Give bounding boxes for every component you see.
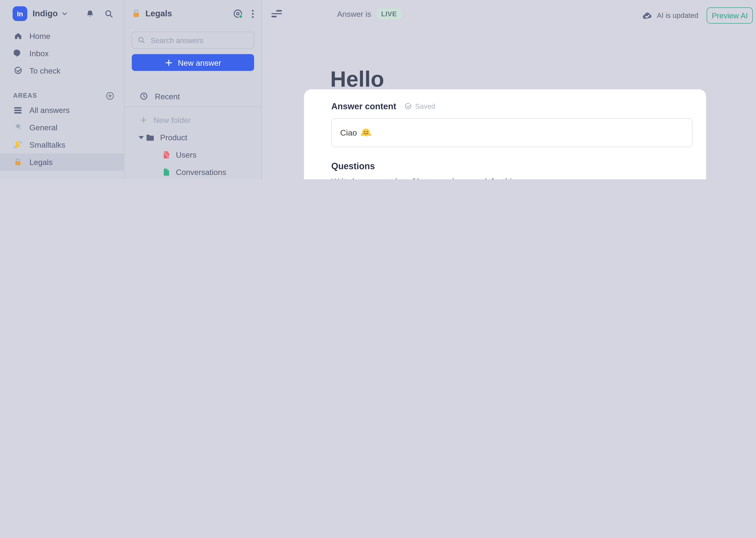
answer-row-users-blocked[interactable]: Users bbox=[132, 146, 254, 163]
search-answers-box[interactable] bbox=[132, 31, 254, 49]
answer-content-value: Ciao bbox=[340, 128, 357, 137]
saved-status: Saved bbox=[404, 102, 435, 110]
divider bbox=[124, 107, 261, 107]
sidebar-item-label: Home bbox=[29, 31, 50, 40]
clock-icon bbox=[140, 92, 148, 100]
sidebar-item-to-check[interactable]: To check bbox=[0, 62, 124, 79]
sidebar-item-smalltalks[interactable]: Smalltalks bbox=[0, 136, 124, 153]
answer-status: Answer is LIVE bbox=[337, 8, 401, 20]
answer-content-input[interactable]: Ciao bbox=[331, 118, 692, 147]
sidebar-item-label: To check bbox=[29, 66, 61, 75]
sidebar-item-label: Smalltalks bbox=[29, 140, 65, 149]
ai-status: AI is updated bbox=[642, 11, 698, 20]
caret-down-icon[interactable] bbox=[139, 136, 146, 139]
sidebar-item-label: All answers bbox=[29, 106, 70, 115]
new-answer-button[interactable]: New answer bbox=[132, 54, 254, 71]
page-icon bbox=[163, 168, 170, 176]
chat-bubble-icon bbox=[13, 49, 23, 58]
recent-button[interactable]: Recent bbox=[132, 88, 254, 104]
chevron-down-icon bbox=[62, 11, 68, 17]
sidebar-item-general[interactable]: General bbox=[0, 119, 124, 136]
cloud-check-icon bbox=[642, 11, 653, 20]
live-badge: LIVE bbox=[377, 8, 401, 20]
sidebar-item-legals[interactable]: Legals bbox=[0, 153, 124, 171]
area-panel-header: Legals bbox=[132, 6, 254, 21]
areas-label: AREAS bbox=[13, 92, 106, 99]
answer-content-card: Answer content Saved Ciao Questions Writ… bbox=[304, 89, 706, 179]
sidebar-item-all-answers[interactable]: All answers bbox=[0, 101, 124, 119]
ai-status-label: AI is updated bbox=[657, 12, 698, 20]
collapse-panel-icon[interactable] bbox=[271, 10, 282, 17]
scroll-icon bbox=[13, 123, 23, 132]
check-circle-icon bbox=[13, 66, 23, 75]
add-area-icon[interactable] bbox=[106, 91, 115, 100]
search-answers-input[interactable] bbox=[150, 35, 248, 45]
new-folder-button[interactable]: New folder bbox=[132, 111, 254, 129]
workspace-name: Indigo bbox=[32, 9, 58, 19]
new-folder-label: New folder bbox=[153, 116, 191, 125]
status-text: Answer is bbox=[337, 10, 371, 19]
workspace-switcher[interactable]: In Indigo bbox=[13, 6, 114, 21]
folder-row-product[interactable]: Product bbox=[132, 129, 254, 146]
answer-content-heading: Answer content bbox=[331, 101, 396, 111]
new-answer-label: New answer bbox=[178, 58, 221, 67]
workspace-logo: In bbox=[13, 6, 27, 21]
hugging-face-emoji bbox=[361, 128, 371, 138]
areas-section-header: AREAS bbox=[0, 90, 124, 101]
questions-heading: Questions bbox=[331, 161, 692, 172]
search-icon bbox=[138, 36, 145, 44]
sidebar-item-label: Legals bbox=[29, 158, 53, 167]
answer-editor: Answer is LIVE AI is updated Preview AI … bbox=[262, 0, 756, 179]
sidebar-item-label: General bbox=[29, 123, 57, 132]
tree-item-label: Conversations bbox=[176, 168, 226, 177]
waving-hand-icon bbox=[13, 140, 23, 149]
sidebar-item-inbox[interactable]: Inbox bbox=[0, 45, 124, 62]
area-title: Legals bbox=[145, 9, 233, 19]
answer-row-conversations[interactable]: Conversations bbox=[132, 163, 254, 179]
tree-item-label: Product bbox=[160, 133, 187, 142]
preview-ai-button[interactable]: Preview AI bbox=[707, 7, 753, 24]
lock-icon bbox=[132, 9, 141, 19]
primary-nav: Home Inbox To check bbox=[0, 27, 124, 79]
kebab-menu-icon[interactable] bbox=[252, 9, 254, 18]
lock-icon bbox=[13, 158, 23, 167]
sidebar-item-home[interactable]: Home bbox=[0, 27, 124, 45]
sidebar-item-label: Inbox bbox=[29, 49, 49, 58]
app-window: In Indigo Home bbox=[0, 0, 756, 179]
notifications-bell-icon[interactable] bbox=[86, 9, 95, 18]
answer-title: Hello bbox=[330, 67, 384, 91]
plus-icon bbox=[140, 116, 148, 124]
saved-label: Saved bbox=[415, 102, 435, 110]
page-blocked-icon bbox=[163, 151, 170, 159]
list-lines-icon bbox=[13, 106, 23, 114]
search-icon[interactable] bbox=[105, 9, 114, 18]
home-icon bbox=[13, 31, 23, 40]
folder-icon bbox=[146, 134, 154, 141]
check-circle-icon bbox=[404, 102, 412, 110]
areas-list: All answers General Smalltalks Legals bbox=[0, 101, 124, 171]
area-panel: Legals New answer Recen bbox=[124, 0, 262, 179]
questions-description: Write here examples of how people can as… bbox=[331, 177, 692, 179]
tree-item-label: Users bbox=[176, 150, 197, 159]
plus-icon bbox=[165, 59, 172, 67]
recent-label: Recent bbox=[155, 92, 180, 101]
workspace-sidebar: In Indigo Home bbox=[0, 0, 124, 179]
live-target-icon[interactable] bbox=[233, 8, 244, 19]
